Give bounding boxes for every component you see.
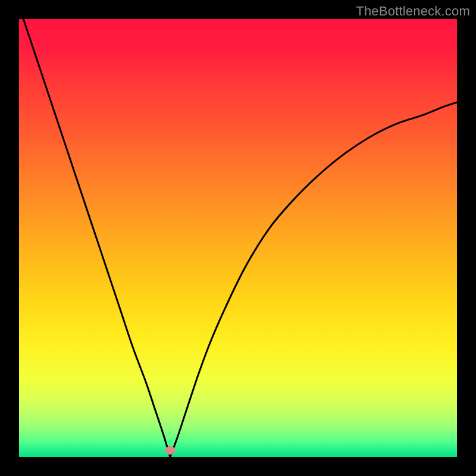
chart-container: TheBottleneck.com [0,0,476,476]
bottleneck-curve [19,19,457,457]
watermark-text: TheBottleneck.com [356,4,470,19]
plot-area [19,19,457,457]
optimum-marker [165,446,176,455]
curve-layer [19,19,457,457]
